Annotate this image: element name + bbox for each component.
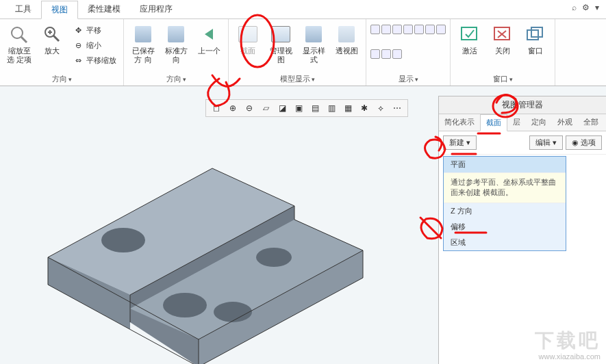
rtab-simple[interactable]: 简化表示 xyxy=(439,114,480,131)
cube-icon xyxy=(165,23,187,45)
new-dropdown: 平面 通过参考平面、坐标系或平整曲面来创建 横截面。 Z 方向 偏移 区域 xyxy=(443,156,566,251)
chevron-down-icon: ▾ xyxy=(466,138,470,147)
panel-title: 视图管理器 xyxy=(439,96,606,114)
qt-shade-icon[interactable]: ◪ xyxy=(276,102,288,114)
dropdown-icon[interactable]: ▾ xyxy=(595,3,599,12)
dd-plane[interactable]: 平面 xyxy=(444,157,566,172)
tab-view[interactable]: 视图 xyxy=(41,1,78,19)
activate-button[interactable]: 激活 xyxy=(455,21,485,58)
display-style-button[interactable]: 显示样式 xyxy=(299,21,329,67)
rtab-all[interactable]: 全部 xyxy=(578,114,604,131)
disp-icon-5[interactable] xyxy=(414,25,424,34)
rtab-appear[interactable]: 外观 xyxy=(552,114,578,131)
qt-wire-icon[interactable]: ▣ xyxy=(292,102,305,114)
rtab-section[interactable]: 截面 xyxy=(480,114,507,131)
watermark: 下载吧 www.xiazaiba.com xyxy=(535,329,601,361)
disp-icon-10[interactable] xyxy=(392,49,402,59)
disp-icon-9[interactable] xyxy=(381,49,391,59)
svg-rect-11 xyxy=(531,27,542,37)
svg-line-3 xyxy=(53,36,59,41)
disp-icon-1[interactable] xyxy=(370,25,380,34)
search-icon[interactable]: ⌕ xyxy=(572,3,577,12)
qt-layer-icon[interactable]: ▦ xyxy=(342,102,354,114)
rtab-orient[interactable]: 定向 xyxy=(526,114,552,131)
dd-zdir[interactable]: Z 方向 xyxy=(444,203,566,219)
group-label: 窗口▾ xyxy=(455,73,551,86)
model-part xyxy=(21,120,377,364)
edit-button[interactable]: 编辑▾ xyxy=(529,135,563,150)
pan-button[interactable]: ✥平移 xyxy=(70,23,119,37)
qt-zoomout-icon[interactable]: ⊖ xyxy=(243,102,255,114)
ribbon: 缩放至选 定项 放大 ✥平移 ⊖缩小 ⇔平移缩放 方向▾ 已保存方 向 标准方向… xyxy=(0,19,606,86)
zoom-out-icon: ⊖ xyxy=(73,40,84,51)
activate-icon xyxy=(459,23,481,45)
group-label: 显示▾ xyxy=(370,73,446,86)
close-icon xyxy=(492,23,514,45)
svg-point-0 xyxy=(12,27,23,38)
section-button[interactable]: 截面 xyxy=(233,21,263,58)
magnifier-icon xyxy=(8,23,30,45)
cube-icon xyxy=(132,23,154,45)
display-style-icon xyxy=(303,23,325,45)
dd-plane-desc: 通过参考平面、坐标系或平整曲面来创建 横截面。 xyxy=(444,172,566,203)
dd-region[interactable]: 区域 xyxy=(444,235,566,250)
manage-view-icon xyxy=(270,23,292,45)
perspective-icon xyxy=(336,23,357,45)
std-orient-button[interactable]: 标准方向 xyxy=(161,21,191,67)
group-label: 方向▾ xyxy=(4,73,119,86)
svg-rect-10 xyxy=(527,30,538,40)
perspective-button[interactable]: 透视图 xyxy=(331,21,362,58)
disp-icon-6[interactable] xyxy=(425,25,435,34)
zoom-in-button[interactable]: 放大 xyxy=(37,21,67,58)
pan-icon: ✥ xyxy=(73,25,84,36)
new-button[interactable]: 新建▾ xyxy=(443,135,477,150)
qt-fit-icon[interactable]: ◻ xyxy=(210,102,223,114)
back-icon xyxy=(198,23,220,45)
disp-icon-2[interactable] xyxy=(381,25,391,34)
svg-rect-6 xyxy=(462,27,477,40)
manage-view-button[interactable]: 管理视图 xyxy=(266,21,296,67)
dd-offset[interactable]: 偏移 xyxy=(444,219,566,235)
svg-point-25 xyxy=(256,248,292,267)
window-icon xyxy=(525,23,546,45)
qt-zoomin-icon[interactable]: ⊕ xyxy=(227,102,239,114)
qt-csys-icon[interactable]: ⟡ xyxy=(375,102,387,114)
zoom-in-icon xyxy=(41,23,63,45)
view-manager-panel: 视图管理器 简化表示 截面 层 定向 外观 全部 新建▾ 编辑▾ ◉选项 平面 … xyxy=(438,96,606,364)
saved-orient-button[interactable]: 已保存方 向 xyxy=(128,21,158,67)
close-button[interactable]: 关闭 xyxy=(488,21,518,58)
group-label: 方向▾ xyxy=(128,73,224,86)
disp-icon-4[interactable] xyxy=(403,25,413,34)
svg-line-1 xyxy=(21,37,27,42)
qt-more-icon[interactable]: ⋯ xyxy=(391,102,403,114)
pan-zoom-icon: ⇔ xyxy=(73,55,84,66)
gear-icon[interactable]: ⚙ xyxy=(582,3,590,12)
tab-app[interactable]: 应用程序 xyxy=(130,1,182,18)
chevron-down-icon: ▾ xyxy=(553,138,557,147)
qt-hidden-icon[interactable]: ▤ xyxy=(309,102,321,114)
qt-annot-icon[interactable]: ✱ xyxy=(358,102,370,114)
options-button[interactable]: ◉选项 xyxy=(566,135,602,150)
svg-point-23 xyxy=(101,228,145,252)
svg-point-24 xyxy=(163,293,207,317)
disp-icon-7[interactable] xyxy=(436,25,446,34)
zoom-out-button[interactable]: ⊖缩小 xyxy=(70,38,119,52)
pan-zoom-button[interactable]: ⇔平移缩放 xyxy=(70,53,119,67)
disp-icon-3[interactable] xyxy=(392,25,402,34)
tab-flex[interactable]: 柔性建模 xyxy=(78,1,130,18)
gear-icon: ◉ xyxy=(572,138,579,147)
rtab-layer[interactable]: 层 xyxy=(507,114,526,131)
qt-section-icon[interactable]: ▥ xyxy=(325,102,338,114)
window-button[interactable]: 窗口 xyxy=(520,21,551,58)
prev-button[interactable]: 上一个 xyxy=(194,21,224,58)
svg-point-26 xyxy=(214,302,252,322)
zoom-to-selection-button[interactable]: 缩放至选 定项 xyxy=(4,21,34,67)
group-label: 模型显示▾ xyxy=(233,73,362,86)
section-icon xyxy=(237,23,259,45)
disp-icon-8[interactable] xyxy=(370,49,380,59)
qt-refit-icon[interactable]: ▱ xyxy=(260,102,272,114)
tab-tools[interactable]: 工具 xyxy=(5,1,41,18)
quick-toolbar: ◻ ⊕ ⊖ ▱ ◪ ▣ ▤ ▥ ▦ ✱ ⟡ ⋯ xyxy=(205,99,408,117)
